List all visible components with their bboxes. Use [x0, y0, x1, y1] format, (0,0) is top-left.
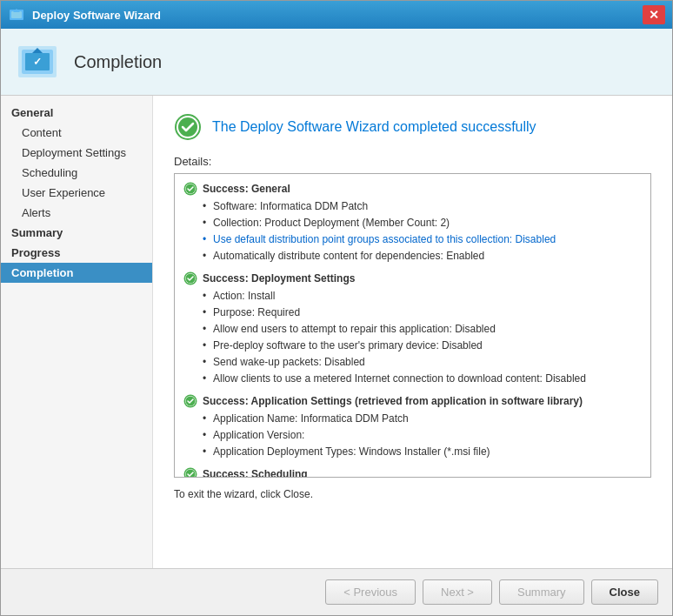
list-item: Allow end users to attempt to repair thi…	[203, 321, 642, 337]
sidebar: General Content Deployment Settings Sche…	[1, 96, 153, 568]
title-bar: Deploy Software Wizard ✕	[1, 1, 672, 29]
header-title: Completion	[74, 52, 162, 72]
check-icon-appsettings	[183, 394, 197, 408]
list-item: Allow clients to use a metered Internet …	[203, 371, 642, 386]
sidebar-item-completion[interactable]: Completion	[1, 263, 152, 283]
list-item link-item: Use default distribution point groups as…	[203, 231, 642, 247]
section-scheduling: Success: Scheduling	[183, 466, 642, 478]
next-button[interactable]: Next >	[423, 579, 492, 605]
section-general-list: Software: Informatica DDM Patch Collecti…	[203, 198, 642, 264]
sidebar-section-general: General	[1, 103, 152, 123]
success-message: The Deploy Software Wizard completed suc…	[212, 119, 536, 135]
svg-rect-1	[11, 11, 22, 18]
section-deployment: Success: Deployment Settings	[183, 271, 642, 286]
list-item: Application Name: Informatica DDM Patch	[203, 411, 642, 426]
header-icon: ✓	[15, 39, 60, 84]
sidebar-item-scheduling[interactable]: Scheduling	[1, 163, 152, 183]
list-item: Automatically distribute content for dep…	[203, 248, 642, 264]
svg-text:✓: ✓	[33, 56, 42, 68]
sidebar-item-user-experience[interactable]: User Experience	[1, 183, 152, 203]
list-item: Application Version:	[203, 427, 642, 443]
sidebar-section-summary[interactable]: Summary	[1, 223, 152, 243]
exit-text: To exit the wizard, click Close.	[174, 488, 651, 500]
wizard-footer: < Previous Next > Summary Close	[1, 568, 672, 615]
section-appsettings-list: Application Name: Informatica DDM Patch …	[203, 411, 642, 459]
list-item: Send wake-up packets: Disabled	[203, 354, 642, 370]
svg-point-10	[178, 117, 197, 137]
close-button[interactable]: Close	[591, 579, 658, 605]
sidebar-item-deployment-settings[interactable]: Deployment Settings	[1, 143, 152, 163]
list-item: Purpose: Required	[203, 305, 642, 320]
list-item: Application Deployment Types: Windows In…	[203, 444, 642, 459]
check-icon-scheduling	[183, 467, 197, 478]
success-check-icon	[174, 113, 202, 141]
wizard-window: Deploy Software Wizard ✕ ✓ Completion Ge…	[0, 0, 673, 616]
sidebar-item-alerts[interactable]: Alerts	[1, 203, 152, 223]
section-title-deployment: Success: Deployment Settings	[203, 271, 355, 286]
list-item: Action: Install	[203, 288, 642, 304]
success-banner: The Deploy Software Wizard completed suc…	[174, 113, 651, 141]
close-window-button[interactable]: ✕	[643, 5, 665, 24]
details-box[interactable]: Success: General Software: Informatica D…	[174, 173, 651, 478]
section-title-appsettings: Success: Application Settings (retrieved…	[203, 393, 583, 409]
previous-button[interactable]: < Previous	[325, 579, 416, 605]
content-area: The Deploy Software Wizard completed suc…	[153, 96, 672, 568]
check-icon-deployment	[183, 271, 197, 285]
check-icon-general	[183, 182, 197, 196]
sidebar-section-progress[interactable]: Progress	[1, 243, 152, 263]
list-item: Software: Informatica DDM Patch	[203, 198, 642, 214]
title-bar-icon	[8, 6, 25, 23]
section-deployment-list: Action: Install Purpose: Required Allow …	[203, 288, 642, 386]
main-content: General Content Deployment Settings Sche…	[1, 96, 672, 568]
sidebar-item-content[interactable]: Content	[1, 123, 152, 143]
list-item: Pre-deploy software to the user's primar…	[203, 338, 642, 353]
section-title-scheduling: Success: Scheduling	[203, 466, 308, 478]
section-title-general: Success: General	[203, 181, 290, 197]
section-appsettings: Success: Application Settings (retrieved…	[183, 393, 642, 409]
title-bar-title: Deploy Software Wizard	[32, 9, 643, 22]
summary-button[interactable]: Summary	[499, 579, 584, 605]
list-item: Collection: Product Deployment (Member C…	[203, 215, 642, 231]
section-general: Success: General	[183, 181, 642, 197]
wizard-header: ✓ Completion	[1, 29, 672, 96]
details-label: Details:	[174, 155, 651, 168]
